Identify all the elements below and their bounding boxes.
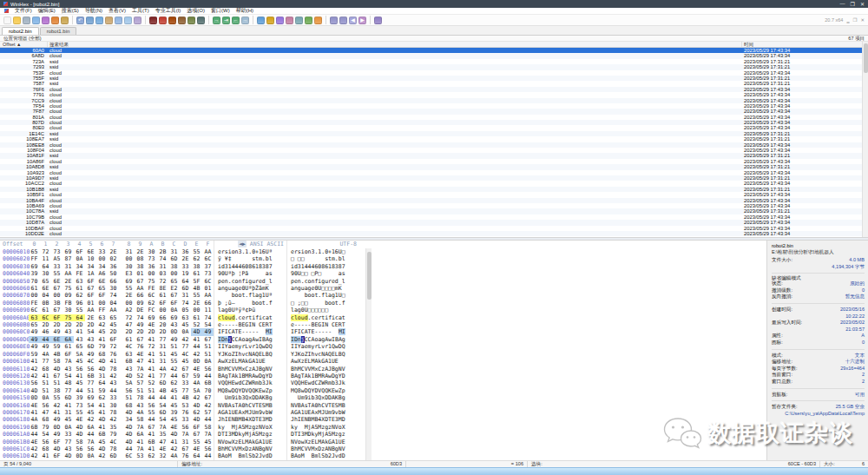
- hex-byte[interactable]: 4A: [135, 409, 146, 416]
- hex-byte[interactable]: 47: [123, 321, 135, 328]
- help-globe-icon[interactable]: [314, 16, 322, 24]
- hex-byte[interactable]: 56: [146, 402, 157, 409]
- hex-row-utf8-text[interactable]: □ ;□□ boot.f: [286, 300, 359, 307]
- tile-windows-icon[interactable]: [330, 16, 338, 24]
- hex-byte[interactable]: 6C: [123, 452, 135, 459]
- hex-byte[interactable]: 64: [40, 263, 51, 270]
- hex-byte[interactable]: 4D: [51, 445, 62, 452]
- mdi-minimize-button[interactable]: ‗: [846, 17, 849, 23]
- hex-row-ansi-text[interactable]: JhIENBMB4XDTE3MD: [214, 416, 286, 423]
- hex-row[interactable]: 000060B0652D2D2D2D2D424547494E2043455254…: [0, 321, 375, 328]
- column-time[interactable]: 时间: [742, 42, 868, 47]
- hex-byte[interactable]: 33: [96, 248, 108, 255]
- hex-byte[interactable]: 4B: [180, 394, 191, 401]
- hex-byte[interactable]: 42: [85, 416, 96, 423]
- hex-byte[interactable]: 32: [157, 452, 168, 459]
- hex-byte[interactable]: 76: [135, 343, 146, 350]
- hex-row[interactable]: 00006040393055AAFE1AA650E301000300196173…: [0, 270, 375, 277]
- hex-byte[interactable]: 67: [202, 336, 214, 343]
- hex-byte[interactable]: 58: [51, 358, 62, 365]
- hex-byte[interactable]: 04: [108, 300, 119, 307]
- hex-byte[interactable]: 6E: [51, 336, 62, 343]
- hex-byte[interactable]: 6C: [202, 255, 214, 262]
- hex-byte[interactable]: 57: [202, 409, 214, 416]
- hex-row-ansi-text[interactable]: VQQHEwdCZWRmb3Jk: [214, 379, 286, 386]
- hex-byte[interactable]: 7A: [62, 358, 74, 365]
- hex-byte[interactable]: 52: [135, 373, 146, 379]
- hex-byte[interactable]: 68: [40, 445, 51, 452]
- properties-icon[interactable]: [32, 16, 40, 24]
- hex-byte[interactable]: 42: [191, 351, 202, 358]
- arrange-icon[interactable]: ◀: [349, 16, 357, 24]
- hex-byte[interactable]: 34: [96, 263, 108, 270]
- hex-byte[interactable]: 33: [180, 263, 191, 270]
- hex-row-ansi-text[interactable]: cloud.certificat: [214, 314, 286, 321]
- ansi-column-header[interactable]: ◄▶ ANSI ASCII: [214, 241, 286, 248]
- hex-row[interactable]: 0000605070656E2E636F6E666967757265645F6C…: [0, 278, 375, 285]
- hex-byte[interactable]: 54: [62, 373, 74, 379]
- column-result[interactable]: 搜索结果: [48, 42, 742, 47]
- hex-byte[interactable]: 55: [51, 394, 62, 401]
- hex-byte[interactable]: 4D: [62, 452, 74, 459]
- hex-row-ansi-text[interactable]: BhMCVVMxDzANBgNV: [214, 445, 286, 452]
- hex-byte[interactable]: 6B: [146, 439, 157, 445]
- hex-byte[interactable]: 53: [180, 402, 191, 409]
- hex-byte[interactable]: 0A: [74, 255, 85, 262]
- hex-byte[interactable]: E2: [168, 285, 180, 292]
- hex-byte[interactable]: 68: [40, 416, 51, 423]
- hex-byte[interactable]: 41: [108, 358, 119, 365]
- hex-byte[interactable]: A2: [123, 307, 135, 313]
- hex-byte[interactable]: 78: [108, 445, 119, 452]
- menu-item-e[interactable]: 编辑(E): [38, 7, 56, 15]
- hex-byte[interactable]: 45: [168, 416, 180, 423]
- hex-byte[interactable]: 77: [62, 387, 74, 394]
- hex-row-ansi-text[interactable]: boot.flag1Uª: [214, 292, 286, 299]
- hex-row-utf8-text[interactable]: □ □□ stm.bl: [286, 255, 359, 262]
- hex-row-ansi-text[interactable]: IIYaemyrLvr1QwDQ: [214, 343, 286, 350]
- hex-byte[interactable]: 41: [40, 452, 51, 459]
- hex-byte[interactable]: 54: [40, 431, 51, 438]
- hex-byte[interactable]: AA: [202, 292, 214, 299]
- hex-byte[interactable]: 43: [123, 366, 135, 373]
- go-back-icon[interactable]: ←: [232, 16, 240, 24]
- hex-byte[interactable]: 41: [62, 402, 74, 409]
- hex-byte[interactable]: 6F: [62, 351, 74, 358]
- hex-byte[interactable]: 55: [191, 439, 202, 445]
- hex-byte[interactable]: 63: [74, 278, 85, 285]
- hex-row-ansi-text[interactable]: AwXzELMAkGA1UE: [214, 358, 286, 365]
- hex-row[interactable]: 000061906B790D0A4D6A41354D7A677A4E566F58…: [0, 424, 375, 431]
- hex-row[interactable]: 000061404D513877445159445651514B45775A70…: [0, 387, 375, 394]
- hex-byte[interactable]: 67: [51, 307, 62, 313]
- hex-byte[interactable]: 34: [74, 263, 85, 270]
- hex-byte[interactable]: 54: [85, 402, 96, 409]
- hex-byte[interactable]: 75: [62, 314, 74, 321]
- hex-byte[interactable]: 2D: [123, 328, 135, 335]
- hex-byte[interactable]: 38: [191, 263, 202, 270]
- hex-byte[interactable]: 38: [51, 387, 62, 394]
- hex-byte[interactable]: 31: [96, 373, 108, 379]
- hex-byte[interactable]: 33: [108, 394, 119, 401]
- hex-byte[interactable]: 61: [157, 292, 168, 299]
- hex-byte[interactable]: 6E: [40, 285, 51, 292]
- hex-byte[interactable]: 7A: [202, 431, 214, 438]
- hex-row-utf8-text[interactable]: NVBAsTA0hCVTESMB: [286, 402, 359, 409]
- refresh-icon[interactable]: [257, 16, 265, 24]
- copy-icon[interactable]: [95, 16, 103, 24]
- hex-byte[interactable]: 43: [62, 445, 74, 452]
- hex-byte[interactable]: 31: [157, 358, 168, 365]
- hex-byte[interactable]: 41: [96, 424, 108, 431]
- hex-row[interactable]: 0000613056515148457764435A57526D62334A6B…: [0, 379, 375, 386]
- hex-byte[interactable]: 6F: [51, 439, 62, 445]
- hex-byte[interactable]: 55: [123, 285, 135, 292]
- hex-scrollbar-thumb[interactable]: [367, 252, 372, 300]
- hex-byte[interactable]: 54: [157, 402, 168, 409]
- hex-byte[interactable]: 65: [29, 248, 40, 255]
- hex-byte[interactable]: 42: [180, 336, 191, 343]
- hex-byte[interactable]: 4E: [74, 416, 85, 423]
- hex-byte[interactable]: 79: [108, 431, 119, 438]
- hex-byte[interactable]: 42: [29, 373, 40, 379]
- hex-byte[interactable]: 00: [96, 255, 108, 262]
- hex-byte[interactable]: 67: [180, 445, 191, 452]
- hex-byte[interactable]: 41: [146, 351, 157, 358]
- hex-byte[interactable]: 44: [146, 416, 157, 423]
